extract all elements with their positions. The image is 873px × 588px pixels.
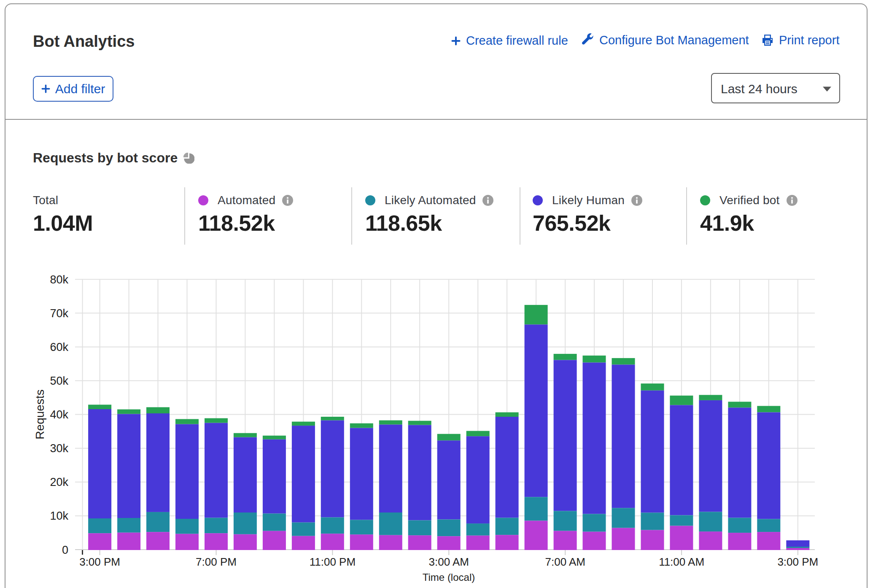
svg-text:10k: 10k [50,510,68,522]
svg-text:7:00 PM: 7:00 PM [196,556,237,568]
svg-text:60k: 60k [50,341,68,353]
svg-text:40k: 40k [50,408,68,421]
svg-text:11:00 AM: 11:00 AM [659,556,704,568]
svg-text:3:00 PM: 3:00 PM [79,556,120,568]
svg-text:50k: 50k [50,375,68,387]
svg-text:Time (local): Time (local) [423,572,475,583]
svg-text:3:00 PM: 3:00 PM [777,556,818,568]
svg-text:30k: 30k [50,442,68,455]
svg-text:20k: 20k [50,476,68,488]
svg-text:70k: 70k [50,307,68,320]
svg-text:3:00 AM: 3:00 AM [429,556,469,568]
svg-text:80k: 80k [50,273,68,286]
svg-text:7:00 AM: 7:00 AM [545,556,585,568]
svg-text:Requests: Requests [33,389,46,439]
svg-text:0: 0 [62,544,68,556]
svg-text:11:00 PM: 11:00 PM [310,556,356,568]
